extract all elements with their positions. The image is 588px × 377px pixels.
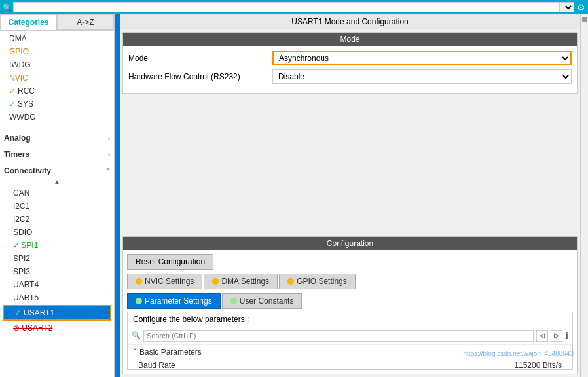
mode-select[interactable]: Asynchronous [272, 51, 572, 65]
gear-button[interactable]: ⚙ [577, 2, 585, 12]
hw-flow-select[interactable]: Disable [272, 69, 572, 84]
nav-item-sdio[interactable]: SDIO [0, 226, 114, 239]
nvic-tab-label: NVIC Settings [145, 277, 194, 286]
tab-nvic-settings[interactable]: NVIC Settings [127, 274, 202, 289]
mode-label: Mode [128, 54, 272, 63]
dma-tab-label: DMA Settings [221, 277, 269, 286]
search-prev-btn[interactable]: ◁ [536, 330, 548, 342]
left-panel: Categories A->Z DMA GPIO IWDG NVIC ✓ RCC… [0, 14, 115, 377]
nav-item-usart1[interactable]: ✓ USART1 [3, 305, 111, 321]
nav-item-spi1[interactable]: ✓ SPI1 [0, 239, 114, 252]
dma-dot [212, 278, 219, 285]
reset-config-button[interactable]: Reset Configuration [127, 254, 213, 270]
user-tab-label: User Constants [240, 296, 294, 306]
usart1-label: USART1 [24, 308, 54, 317]
nav-item-uart4[interactable]: UART4 [0, 278, 114, 291]
top-bar: 🔍 ⚙ [0, 0, 588, 14]
params-search-input[interactable] [143, 330, 534, 342]
nav-item-wwdg[interactable]: WWDG [0, 111, 114, 124]
nav-item-rcc[interactable]: ✓ RCC [0, 84, 114, 98]
nav-item-spi3[interactable]: SPI3 [0, 265, 114, 278]
nav-item-iwdg[interactable]: IWDG [0, 58, 114, 71]
search-icon: 🔍 [132, 331, 141, 340]
user-dot [230, 298, 237, 304]
nav-item-gpio[interactable]: GPIO [0, 45, 114, 58]
nav-item-sys[interactable]: ✓ SYS [0, 98, 114, 111]
scroll-up-arrow[interactable] [582, 17, 587, 22]
config-tabs-row2: Parameter Settings User Constants [127, 293, 573, 309]
tab-gpio-settings[interactable]: GPIO Settings [279, 274, 356, 289]
connectivity-arrow: ˅ [107, 168, 110, 175]
params-area: Configure the below parameters : 🔍 ◁ ▷ ℹ… [127, 312, 573, 370]
tab-atoz[interactable]: A->Z [57, 14, 114, 30]
tab-categories[interactable]: Categories [0, 14, 57, 30]
basic-params-label: Basic Parameters [139, 348, 202, 357]
watermark: https://blog.csdn.net/wajon_45488643 [464, 350, 574, 357]
collapse-arrow: ˅ [133, 348, 137, 357]
mode-section: Mode Mode Asynchronous Hardware Flow Con… [122, 32, 578, 94]
right-panel: USART1 Mode and Configuration Mode Mode … [120, 14, 580, 377]
nav-item-usart5[interactable]: UART5 [0, 291, 114, 304]
main-layout: Categories A->Z DMA GPIO IWDG NVIC ✓ RCC… [0, 14, 588, 377]
scroll-up-btn[interactable]: ▲ [0, 177, 114, 187]
gpio-dot [287, 278, 294, 285]
mode-content: Mode Asynchronous Hardware Flow Control … [123, 46, 577, 93]
tab-bar: Categories A->Z [0, 14, 114, 31]
baud-rate-row: Baud Rate 115200 Bits/s [133, 359, 567, 370]
panel-divider[interactable] [115, 14, 120, 377]
nav-item-i2c1[interactable]: I2C1 [0, 200, 114, 213]
info-button[interactable]: ℹ [565, 331, 568, 341]
tab-user-constants[interactable]: User Constants [222, 293, 303, 309]
config-tabs: NVIC Settings DMA Settings GPIO Settings [127, 274, 573, 289]
hw-flow-row: Hardware Flow Control (RS232) Disable [128, 69, 572, 84]
baud-rate-value: 115200 Bits/s [514, 361, 562, 370]
nav-item-nvic[interactable]: NVIC [0, 71, 114, 84]
tab-parameter-settings[interactable]: Parameter Settings [127, 293, 221, 309]
param-tab-label: Parameter Settings [145, 296, 212, 306]
search-bar: 🔍 ◁ ▷ ℹ [128, 327, 572, 345]
usart1-check: ✓ [14, 308, 21, 317]
config-header: Configuration [123, 237, 577, 250]
nav-item-can[interactable]: CAN [0, 187, 114, 200]
search-next-btn[interactable]: ▷ [551, 330, 562, 342]
tab-dma-settings[interactable]: DMA Settings [204, 274, 278, 289]
search-icon: 🔍 [3, 3, 12, 12]
nav-section-connectivity[interactable]: Connectivity ˅ [0, 163, 114, 177]
search-dropdown[interactable] [560, 2, 574, 12]
right-scrollbar[interactable] [580, 14, 588, 377]
nvic-dot [136, 278, 142, 285]
nav-item-i2c2[interactable]: I2C2 [0, 213, 114, 226]
param-dot [136, 298, 142, 304]
timers-label: Timers [4, 150, 29, 159]
analog-arrow: › [108, 135, 110, 142]
timers-arrow: › [108, 151, 110, 158]
connectivity-label: Connectivity [4, 166, 51, 175]
nav-section-timers[interactable]: Timers › [0, 147, 114, 160]
baud-rate-label: Baud Rate [138, 361, 514, 370]
nav-item-dma[interactable]: DMA [0, 32, 114, 45]
nav-list: DMA GPIO IWDG NVIC ✓ RCC ✓ SYS WWDG Anal… [0, 31, 114, 377]
nav-item-spi2[interactable]: SPI2 [0, 252, 114, 265]
mode-row: Mode Asynchronous [128, 51, 572, 65]
window-title: USART1 Mode and Configuration [120, 14, 580, 29]
params-header: Configure the below parameters : [128, 312, 572, 327]
gpio-tab-label: GPIO Settings [297, 277, 347, 286]
nav-item-usart2[interactable]: ⊘ USART2 [0, 321, 114, 334]
search-input[interactable] [13, 2, 560, 12]
nav-section-analog[interactable]: Analog › [0, 130, 114, 144]
hw-flow-label: Hardware Flow Control (RS232) [128, 72, 272, 81]
analog-label: Analog [4, 134, 31, 143]
mode-header: Mode [123, 33, 577, 46]
